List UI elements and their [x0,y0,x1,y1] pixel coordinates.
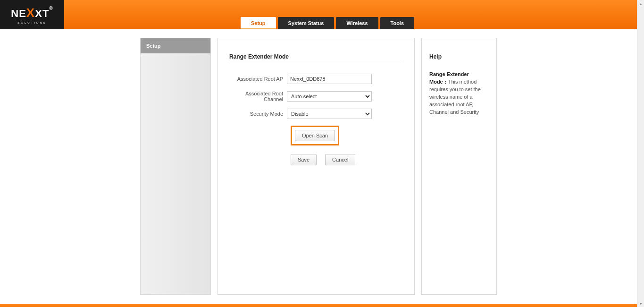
panel-title: Range Extender Mode [229,53,403,64]
label-root-ap: Associated Root AP [229,76,287,82]
open-scan-button[interactable]: Open Scan [295,130,335,141]
brand-name: NEXXT® [11,6,53,20]
save-button[interactable]: Save [291,154,317,165]
content-panel: Range Extender Mode Associated Root AP A… [217,38,415,295]
cancel-button[interactable]: Cancel [325,154,355,165]
main-tabs: Setup System Status Wireless Tools [241,17,416,29]
sidebar-item-setup[interactable]: Setup [141,38,210,53]
sidebar: Setup [140,38,211,295]
label-channel: Associated Root Channel [229,91,287,102]
action-buttons: Save Cancel [291,154,403,165]
header-bar: NEXXT® SOLUTIONS Setup System Status Wir… [0,0,637,29]
label-security: Security Mode [229,111,287,117]
brand-tagline: SOLUTIONS [17,21,47,24]
help-body: Range Extender Mode：This method requires… [429,70,489,116]
row-channel: Associated Root Channel Auto select [229,91,403,102]
tab-system-status[interactable]: System Status [278,17,335,29]
scrollbar[interactable]: ▴ ▾ [637,0,644,307]
main-content: Setup Range Extender Mode Associated Roo… [0,29,637,295]
footer-bar [0,304,637,307]
tab-wireless[interactable]: Wireless [336,17,378,29]
help-panel: Help Range Extender Mode：This method req… [421,38,497,295]
tab-tools[interactable]: Tools [380,17,415,29]
scroll-down-icon[interactable]: ▾ [637,300,644,307]
help-title: Help [429,53,489,60]
brand-logo: NEXXT® SOLUTIONS [0,0,64,29]
input-root-ap[interactable] [287,74,372,84]
row-security: Security Mode Disable [229,109,403,119]
scan-highlight: Open Scan [291,126,339,145]
row-root-ap: Associated Root AP [229,74,403,84]
scroll-up-icon[interactable]: ▴ [637,0,644,7]
select-channel[interactable]: Auto select [287,91,372,102]
select-security[interactable]: Disable [287,109,372,119]
tab-setup[interactable]: Setup [241,17,276,29]
scan-row: Open Scan [291,126,403,145]
